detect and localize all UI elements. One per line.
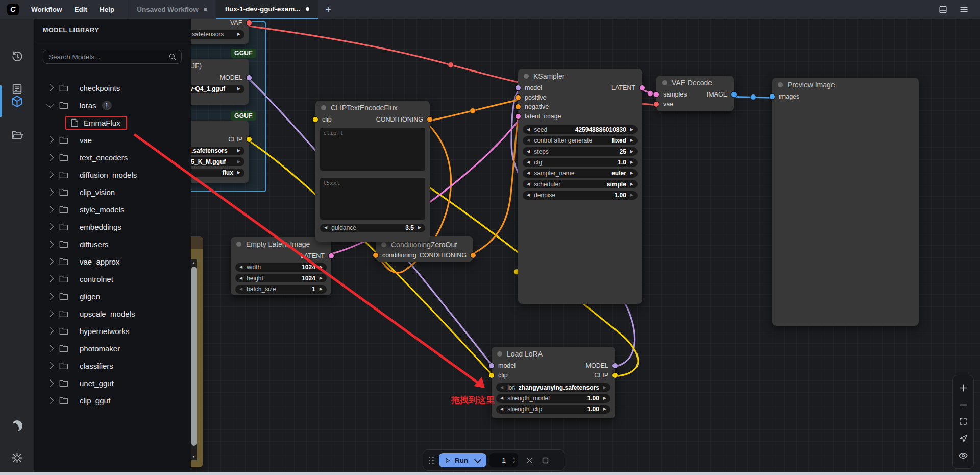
note-scrollbar[interactable]: ▲ ▼ [190,259,197,460]
stepper-right-icon[interactable]: ▶ [237,149,240,153]
node-collapse-dot[interactable] [381,242,386,247]
wire-zeroout-negative[interactable] [470,109,520,255]
input-pin-vae[interactable] [654,102,659,107]
output-pin-conditioning[interactable] [471,253,476,258]
tree-item-classifiers[interactable]: classifiers [34,357,191,374]
node-preview-image[interactable]: Preview Image images [772,78,919,326]
stepper-icons[interactable]: ˄˅ [513,457,516,464]
output-pin-latent[interactable] [640,85,645,90]
new-workflow-button[interactable]: + [318,0,339,19]
tree-item-loras[interactable]: loras1 [34,97,191,114]
tree-item-diffusion_models[interactable]: diffusion_models [34,166,191,183]
widget-batch-size[interactable]: ◀batch_size1▶ [235,285,327,294]
input-pin-latent-image[interactable] [516,114,521,119]
prompt-textarea-t5xxl[interactable]: t5xxl [320,178,425,220]
chevron-right-icon[interactable] [46,136,54,144]
widget-cfg[interactable]: ◀cfg1.0▶ [523,158,638,167]
tree-item-controlnet[interactable]: controlnet [34,270,191,288]
chevron-right-icon[interactable] [46,258,54,265]
tree-item-photomaker[interactable]: photomaker [34,340,191,357]
prompt-textarea-clip-l[interactable]: clip_l [320,128,425,171]
widget-width[interactable]: ◀width1024▶ [235,263,327,272]
widget-height[interactable]: ◀height1024▶ [235,274,327,282]
input-pin-positive[interactable] [516,95,521,100]
chevron-right-icon[interactable] [46,345,54,352]
node-collapse-dot[interactable] [662,80,667,85]
chevron-right-icon[interactable] [46,275,54,282]
tree-item-vae_approx[interactable]: vae_approx [34,253,191,270]
drag-handle[interactable] [429,457,436,464]
model-library-icon[interactable] [0,90,34,112]
widget-control-after-generate[interactable]: ◀control after generatefixed▶ [523,136,638,145]
scroll-up-icon[interactable]: ▲ [190,260,197,266]
node-empty-latent-image[interactable]: Empty Latent Image LATENT ◀width1024▶ ◀h… [231,237,331,295]
history-icon[interactable] [0,45,34,68]
theme-toggle-icon[interactable] [0,414,34,437]
scroll-down-icon[interactable]: ▼ [190,454,197,460]
toggle-bottom-panel-icon[interactable] [938,5,948,14]
wire-dot[interactable] [448,62,454,68]
node-collapse-dot[interactable] [321,105,326,110]
output-pin-image[interactable] [731,92,737,97]
tree-item-gligen[interactable]: gligen [34,288,191,305]
chevron-right-icon[interactable] [46,397,54,404]
output-pin-conditioning[interactable] [427,117,432,122]
pan-mode-icon[interactable] [959,434,968,443]
zoom-in-icon[interactable] [959,383,968,393]
toggle-link-visibility-icon[interactable] [958,450,968,461]
hamburger-menu-icon[interactable] [959,5,969,14]
run-button[interactable]: Run [439,453,486,467]
widget-clip-name2[interactable]: Q5_K_M.gguf▶ [182,157,244,166]
tree-item-unet_gguf[interactable]: unet_gguf [34,374,191,392]
chevron-right-icon[interactable] [46,362,54,369]
wire-cond-positive[interactable] [425,100,520,122]
node-load-lora[interactable]: Load LoRA modelMODEL clipCLIP ◀lora ...z… [492,347,615,418]
node-vae-decode[interactable]: VAE Decode samplesIMAGE vae [656,76,734,111]
tree-item-diffusers[interactable]: diffusers [34,235,191,253]
tree-item-upscale_models[interactable]: upscale_models [34,305,191,322]
node-collapse-dot[interactable] [236,242,241,247]
input-pin-model[interactable] [516,85,521,90]
chevron-right-icon[interactable] [46,188,54,196]
zoom-out-icon[interactable] [959,400,968,410]
scrollbar-thumb[interactable] [191,267,197,446]
tree-item-EmmaFlux[interactable]: EmmaFlux [34,114,191,131]
stepper-right-icon[interactable]: ▶ [237,87,240,91]
widget-sampler-name[interactable]: ◀sampler_nameeuler▶ [523,169,638,178]
tree-item-clip_vision[interactable]: clip_vision [34,183,191,201]
stepper-right-icon[interactable]: ▶ [237,171,240,175]
tree-item-text_encoders[interactable]: text_encoders [34,149,191,166]
input-pin-negative[interactable] [516,104,521,109]
wire-dot[interactable] [751,94,756,100]
output-pin-model[interactable] [612,363,618,368]
node-collapse-dot[interactable] [778,82,783,87]
output-pin-latent[interactable] [329,253,334,258]
output-pin-clip[interactable] [612,373,618,378]
tree-item-vae[interactable]: vae [34,131,191,149]
tree-item-clip_gguf[interactable]: clip_gguf [34,392,191,409]
tree-item-style_models[interactable]: style_models [34,201,191,218]
tree-item-checkpoints[interactable]: checkpoints [34,79,191,97]
tab-unsaved-workflow[interactable]: Unsaved Workflow [128,0,216,19]
queue-count-input[interactable]: 1 ˄˅ [489,453,518,467]
workflows-icon[interactable] [0,124,34,147]
input-pin-model[interactable] [489,363,494,368]
menu-edit[interactable]: Edit [68,0,94,19]
widget-clip-type[interactable]: flux▶ [182,169,244,177]
chevron-right-icon[interactable] [46,171,54,178]
widget-guidance[interactable]: ◀guidance3.5▶ [320,224,425,232]
wire-dot[interactable] [470,108,476,114]
comfyui-logo-icon[interactable]: C [7,4,19,15]
widget-vae-name[interactable]: .safetensors▶ [182,30,244,39]
node-clip-text-encode-flux[interactable]: CLIPTextEncodeFlux clipCONDITIONING clip… [315,101,430,242]
widget-lora-name[interactable]: ◀lora ...zhangyuanying.safetensors▶ [496,383,610,392]
menu-workflow[interactable]: Workflow [25,0,68,19]
chevron-right-icon[interactable] [46,310,54,317]
node-collapse-dot[interactable] [497,351,502,357]
cancel-run-icon[interactable] [525,456,534,465]
chevron-right-icon[interactable] [46,154,54,161]
wire-dot[interactable] [648,91,653,97]
widget-clip-name1[interactable]: _l.safetensors▶ [182,147,244,155]
widget-seed[interactable]: ◀seed425948886010830▶ [523,125,638,134]
input-pin-images[interactable] [770,94,775,99]
